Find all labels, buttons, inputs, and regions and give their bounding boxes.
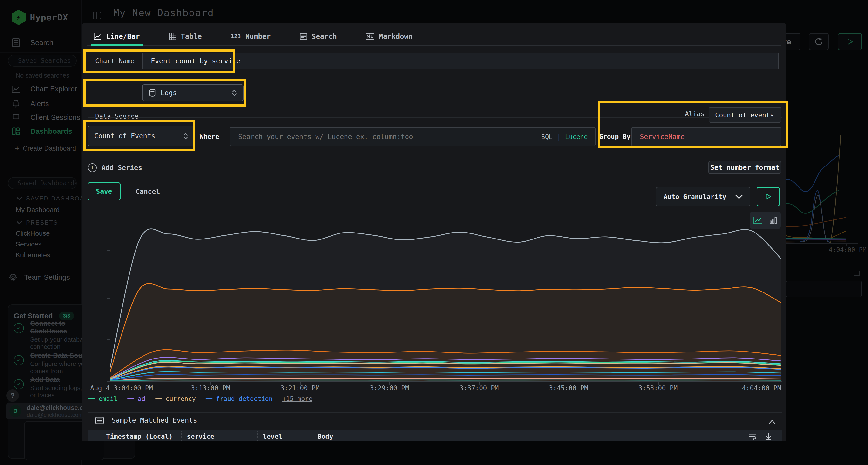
divider — [88, 77, 782, 78]
legend-dash — [88, 398, 95, 399]
column-separator[interactable] — [257, 431, 257, 441]
add-series-label: Add Series — [101, 164, 142, 172]
sample-events-title: Sample Matched Events — [112, 416, 197, 424]
where-label: Where — [199, 133, 219, 140]
tab-number[interactable]: 123 Number — [231, 28, 271, 45]
chevron-down-icon — [735, 194, 743, 199]
x-tick-label: 3:21:00 PM — [280, 384, 320, 392]
column-header-body[interactable]: Body — [317, 433, 333, 440]
column-header-level[interactable]: level — [263, 433, 282, 440]
download-icon[interactable] — [765, 433, 772, 440]
granularity-value: Auto Granularity — [663, 193, 726, 200]
x-tick-label: 3:37:00 PM — [460, 384, 499, 392]
list-icon — [95, 417, 104, 424]
wrap-text-icon[interactable] — [748, 433, 756, 440]
chart-type-tabs: Line/Bar Table 123 Number Search — [87, 28, 781, 45]
x-tick-label: 3:45:00 PM — [549, 384, 588, 392]
chart-name-input[interactable] — [142, 53, 779, 69]
tab-label: Table — [181, 32, 202, 40]
line-chart-icon — [94, 33, 102, 40]
tab-label: Line/Bar — [106, 32, 140, 40]
query-language-toggle: SQL | Lucene — [541, 133, 588, 140]
event-count-chart[interactable] — [110, 215, 781, 381]
highlight-box-alias-group-by — [598, 101, 788, 148]
lucene-toggle[interactable]: Lucene — [565, 133, 588, 140]
set-number-format-button[interactable]: Set number format — [708, 161, 781, 174]
legend-item-ad[interactable]: ad — [127, 395, 145, 402]
cancel-button[interactable]: Cancel — [127, 184, 168, 199]
data-source-label: Data Source — [95, 112, 138, 120]
legend-more-link[interactable]: +15 more — [282, 395, 312, 402]
tab-label: Markdown — [379, 32, 412, 40]
divider — [88, 412, 782, 413]
legend-dash — [206, 398, 213, 399]
run-chart-button[interactable] — [756, 187, 780, 206]
collapse-chevron-icon[interactable] — [768, 420, 776, 425]
legend-item-fraud-detection[interactable]: fraud-detection — [206, 395, 273, 402]
tab-label: Search — [312, 32, 337, 40]
highlight-box-aggregation — [83, 120, 195, 151]
play-icon — [765, 193, 772, 200]
sample-events-header[interactable]: Sample Matched Events — [95, 416, 197, 424]
legend-item-email[interactable]: email — [88, 395, 117, 402]
x-tick-label: 4:04:00 PM — [742, 384, 781, 392]
tab-line-bar[interactable]: Line/Bar — [94, 28, 140, 45]
column-separator[interactable] — [181, 431, 182, 441]
x-tick-label: 3:53:00 PM — [639, 384, 678, 392]
app-root: ⚡ HyperDX Search Saved Searches No saved… — [0, 0, 868, 465]
chart-legend: email ad currency fraud-detection +15 mo… — [88, 395, 312, 402]
save-button[interactable]: Save — [88, 182, 121, 200]
tab-search[interactable]: Search — [300, 28, 337, 45]
markdown-icon — [366, 33, 374, 40]
legend-item-currency[interactable]: currency — [155, 395, 196, 402]
list-doc-icon — [300, 33, 307, 40]
sql-toggle[interactable]: SQL — [541, 133, 553, 140]
column-header-timestamp[interactable]: Timestamp (Local) — [106, 433, 173, 440]
highlight-box-data-source — [83, 79, 246, 107]
where-input[interactable] — [229, 127, 595, 146]
highlight-box-chart-name — [83, 49, 235, 73]
tab-table[interactable]: Table — [169, 28, 202, 45]
table-icon — [169, 33, 177, 40]
toggle-separator: | — [557, 133, 561, 140]
x-tick-label: 3:13:00 PM — [191, 384, 230, 392]
tab-markdown[interactable]: Markdown — [366, 28, 412, 45]
number-123-icon: 123 — [231, 33, 241, 39]
add-series-button[interactable]: + Add Series — [88, 163, 142, 172]
sample-events-table-header: Timestamp (Local) service level Body — [88, 430, 782, 441]
column-header-service[interactable]: service — [187, 433, 214, 440]
legend-dash — [155, 398, 162, 399]
divider — [88, 153, 782, 153]
x-tick-label: 3:29:00 PM — [370, 384, 409, 392]
x-tick-label: Aug 4 3:04:00 PM — [90, 384, 153, 392]
tab-label: Number — [245, 32, 271, 40]
column-separator[interactable] — [311, 431, 312, 441]
legend-dash — [127, 398, 134, 399]
granularity-select[interactable]: Auto Granularity — [656, 187, 750, 206]
plus-circle-icon: + — [88, 163, 97, 172]
